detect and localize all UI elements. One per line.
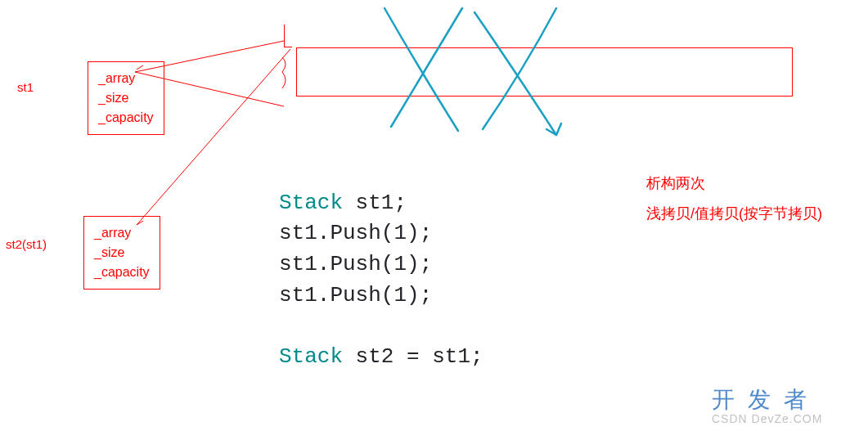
struct2-field-capacity: _capacity [94, 263, 150, 282]
struct2-box: _array _size _capacity [83, 216, 160, 290]
struct2-field-size: _size [94, 243, 150, 263]
struct2-label: st2(st1) [6, 237, 47, 251]
code-block: Stack st1; st1.Push(1); st1.Push(1); st1… [279, 157, 483, 373]
annotation-block: 析构两次 浅拷贝/值拷贝(按字节拷贝) [646, 172, 822, 226]
code-rest1: st1; [343, 191, 407, 215]
struct1-label: st1 [17, 80, 34, 94]
struct1-field-capacity: _capacity [98, 108, 154, 128]
squiggle [282, 57, 286, 88]
code-line2: st1.Push(1); [279, 221, 432, 245]
watermark-main: 开发者 [712, 384, 820, 415]
annotation-line2: 浅拷贝/值拷贝(按字节拷贝) [646, 202, 822, 226]
code-line3: st1.Push(1); [279, 252, 432, 276]
code-line4: st1.Push(1); [279, 283, 432, 308]
watermark-sub: CSDN DevZe.COM [712, 412, 822, 425]
struct1-field-size: _size [98, 88, 154, 108]
annotation-line1: 析构两次 [646, 172, 822, 195]
array-pointer-tick [284, 25, 292, 47]
code-rest5: st2 = st1; [343, 344, 483, 369]
heap-array-box [296, 47, 793, 97]
struct2-field-array: _array [94, 223, 150, 243]
struct1-field-array: _array [98, 69, 154, 88]
struct1-box: _array _size _capacity [88, 61, 164, 135]
code-type5: Stack [279, 344, 343, 369]
code-type1: Stack [279, 191, 343, 215]
